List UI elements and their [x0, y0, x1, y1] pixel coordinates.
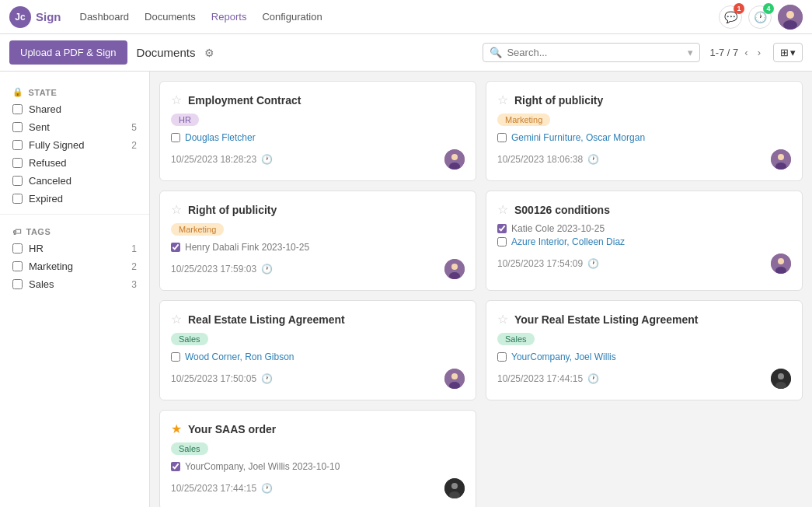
document-card-5[interactable]: ☆ Your Real Estate Listing Agreement Sal… [486, 300, 803, 400]
pagination-text: 1-7 / 7 [709, 47, 738, 58]
marketing-checkbox[interactable] [12, 261, 23, 271]
sidebar-item-sales[interactable]: Sales 3 [0, 275, 149, 293]
sidebar-label-refused: Refused [29, 157, 131, 169]
signer-checkbox[interactable] [497, 224, 507, 233]
card-header: ☆ Your Real Estate Listing Agreement [497, 312, 791, 327]
signer-checkbox[interactable] [497, 237, 507, 247]
sidebar-label-marketing: Marketing [29, 260, 125, 272]
card-avatar [771, 149, 791, 170]
search-input[interactable] [507, 47, 685, 58]
signer-checkbox[interactable] [497, 352, 507, 362]
avatar-face-icon [771, 253, 791, 274]
fully-signed-checkbox[interactable] [12, 140, 23, 150]
clock-icon: 🕐 [587, 258, 599, 269]
document-card-1[interactable]: ☆ Right of publicity Marketing Gemini Fu… [486, 81, 803, 181]
app-name: Sign [36, 10, 61, 23]
hr-checkbox[interactable] [12, 243, 23, 253]
document-card-3[interactable]: ☆ S00126 conditions Katie Cole 2023-10-2… [486, 191, 803, 291]
sidebar-item-marketing[interactable]: Marketing 2 [0, 257, 149, 275]
topnav-icons: 💬 1 🕐 4 [719, 5, 803, 30]
view-toggle-button[interactable]: ⊞ ▾ [773, 43, 803, 62]
sidebar-item-refused[interactable]: Refused [0, 154, 149, 172]
document-card-2[interactable]: ☆ Right of publicity Marketing Henry Dab… [159, 191, 476, 291]
signer-row: Katie Cole 2023-10-25 [497, 223, 791, 234]
avatar-face-icon [444, 149, 465, 170]
nav-documents[interactable]: Documents [138, 8, 202, 26]
card-signers: Wood Corner, Ron Gibson [171, 351, 465, 362]
search-icon: 🔍 [490, 47, 502, 58]
marketing-count: 2 [131, 261, 137, 272]
nav-configuration[interactable]: Configuration [256, 8, 328, 26]
card-title: Right of publicity [188, 204, 277, 216]
signer-row: Wood Corner, Ron Gibson [171, 351, 465, 362]
user-avatar[interactable] [778, 5, 803, 30]
sidebar-item-fully-signed[interactable]: Fully Signed 2 [0, 136, 149, 154]
clock-icon: 🕐 [261, 373, 273, 384]
card-avatar [771, 369, 791, 389]
star-icon[interactable]: ☆ [497, 312, 508, 327]
signer-checkbox[interactable] [171, 462, 180, 471]
avatar-face-icon [778, 5, 803, 30]
sent-checkbox[interactable] [12, 122, 23, 132]
settings-gear-icon[interactable]: ⚙ [204, 47, 214, 59]
signer-checkbox[interactable] [171, 243, 180, 252]
sidebar-label-expired: Expired [29, 193, 131, 205]
tag-badge: Marketing [497, 114, 550, 126]
tag-badge: HR [171, 114, 199, 126]
star-icon[interactable]: ★ [171, 421, 182, 436]
signer-row: Douglas Fletcher [171, 132, 465, 143]
nav-dashboard[interactable]: Dashboard [74, 8, 136, 26]
nav-reports[interactable]: Reports [205, 8, 253, 26]
next-page-button[interactable]: › [754, 45, 764, 60]
sidebar-item-shared[interactable]: Shared [0, 100, 149, 118]
canceled-checkbox[interactable] [12, 176, 23, 186]
filter-icon: 🔒 [12, 87, 24, 97]
sidebar-item-hr[interactable]: HR 1 [0, 240, 149, 257]
hr-count: 1 [131, 243, 137, 254]
upload-button[interactable]: Upload a PDF & Sign [9, 40, 127, 65]
cards-area: ☆ Employment Contract HR Douglas Fletche… [150, 72, 812, 507]
grid-view-icon: ⊞ [780, 47, 789, 58]
activity-notif-button[interactable]: 🕐 4 [748, 5, 772, 29]
signer-name: Douglas Fletcher [185, 132, 256, 143]
star-icon[interactable]: ☆ [497, 202, 508, 217]
signer-name: Henry Dabali Fink 2023-10-25 [185, 242, 309, 253]
search-dropdown-icon[interactable]: ▾ [688, 47, 693, 58]
tag-icon: 🏷 [12, 227, 22, 236]
date-text: 10/25/2023 17:44:15 [497, 373, 583, 384]
card-signers: YourCompany, Joel Willis [497, 351, 791, 362]
tag-badge: Sales [171, 442, 208, 455]
refused-checkbox[interactable] [12, 158, 23, 168]
sidebar-item-expired[interactable]: Expired [0, 190, 149, 208]
star-icon[interactable]: ☆ [171, 312, 182, 327]
card-signers: Gemini Furniture, Oscar Morgan [497, 132, 791, 143]
document-card-4[interactable]: ☆ Real Estate Listing Agreement Sales Wo… [159, 300, 476, 400]
signer-checkbox[interactable] [171, 352, 180, 362]
star-icon[interactable]: ☆ [497, 93, 508, 107]
card-date: 10/25/2023 17:44:15 🕐 [171, 483, 273, 494]
sidebar-label-fully-signed: Fully Signed [29, 139, 125, 151]
card-footer: 10/25/2023 17:50:05 🕐 [171, 369, 465, 389]
card-avatar [444, 149, 465, 170]
sales-checkbox[interactable] [12, 279, 23, 289]
document-card-6[interactable]: ★ Your SAAS order Sales YourCompany, Joe… [159, 410, 476, 507]
signer-checkbox[interactable] [171, 133, 180, 142]
svg-point-4 [451, 154, 458, 160]
sidebar-item-canceled[interactable]: Canceled [0, 172, 149, 190]
app-logo[interactable]: Jc Sign [9, 6, 61, 28]
star-icon[interactable]: ☆ [171, 202, 182, 217]
topnav-links: Dashboard Documents Reports Configuratio… [74, 8, 329, 26]
svg-point-2 [783, 20, 797, 30]
logo-icon: Jc [9, 6, 31, 28]
star-icon[interactable]: ☆ [171, 93, 182, 107]
prev-page-button[interactable]: ‹ [741, 45, 751, 60]
expired-checkbox[interactable] [12, 194, 23, 204]
shared-checkbox[interactable] [12, 104, 23, 114]
card-date: 10/25/2023 17:54:09 🕐 [497, 258, 599, 269]
chat-notif-button[interactable]: 💬 1 [719, 5, 742, 29]
sidebar-item-sent[interactable]: Sent 5 [0, 118, 149, 136]
toolbar: Upload a PDF & Sign Documents ⚙ 🔍 ▾ 1-7 … [0, 34, 812, 72]
avatar-face-icon [771, 149, 791, 170]
signer-checkbox[interactable] [497, 133, 507, 142]
document-card-0[interactable]: ☆ Employment Contract HR Douglas Fletche… [159, 81, 476, 181]
